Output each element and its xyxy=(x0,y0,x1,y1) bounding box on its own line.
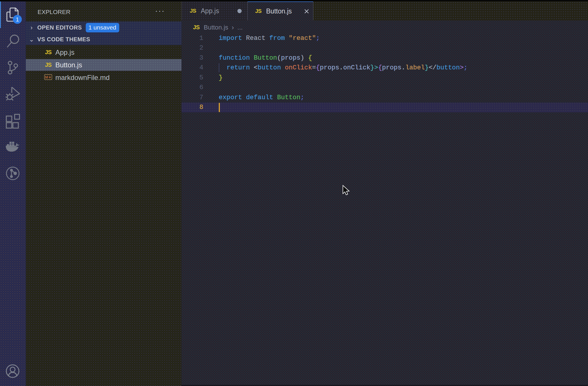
svg-text:1: 1 xyxy=(16,16,19,23)
svg-text:M: M xyxy=(45,75,48,79)
